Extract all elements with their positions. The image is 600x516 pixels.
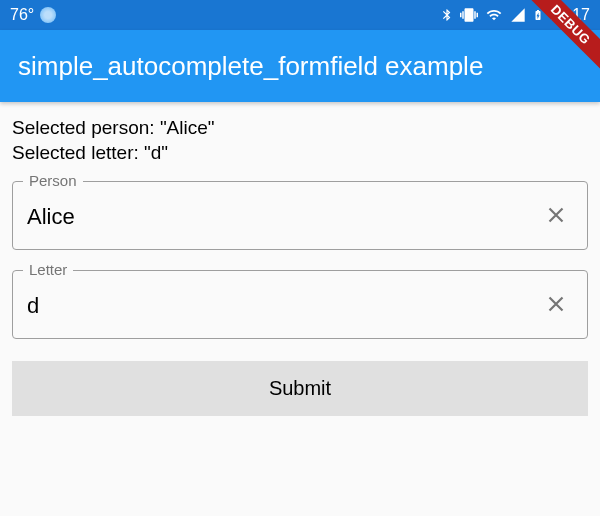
- close-icon: [543, 202, 569, 231]
- bluetooth-icon: [440, 6, 454, 24]
- app-bar-title: simple_autocomplete_formfield example: [18, 51, 483, 82]
- close-icon: [543, 291, 569, 320]
- app-bar: simple_autocomplete_formfield example: [0, 30, 600, 102]
- submit-button[interactable]: Submit: [12, 361, 588, 416]
- selected-person-label: Selected person:: [12, 117, 155, 138]
- content-area: Selected person: "Alice" Selected letter…: [0, 102, 600, 430]
- wifi-icon: [484, 7, 504, 23]
- status-bar: 76° 12:17: [0, 0, 600, 30]
- person-field-label: Person: [23, 172, 83, 189]
- person-clear-button[interactable]: [539, 198, 573, 235]
- person-input[interactable]: [27, 204, 539, 230]
- letter-field[interactable]: Letter: [12, 270, 588, 339]
- selected-letter-label: Selected letter:: [12, 142, 139, 163]
- person-field[interactable]: Person: [12, 181, 588, 250]
- vibrate-icon: [460, 6, 478, 24]
- letter-clear-button[interactable]: [539, 287, 573, 324]
- selected-person-value: "Alice": [160, 117, 215, 138]
- weather-icon: [40, 7, 56, 23]
- letter-field-label: Letter: [23, 261, 73, 278]
- temperature-text: 76°: [10, 6, 34, 24]
- selected-letter-value: "d": [144, 142, 168, 163]
- submit-button-label: Submit: [269, 377, 331, 399]
- letter-input[interactable]: [27, 293, 539, 319]
- selection-status: Selected person: "Alice" Selected letter…: [12, 116, 588, 165]
- signal-icon: [510, 7, 526, 23]
